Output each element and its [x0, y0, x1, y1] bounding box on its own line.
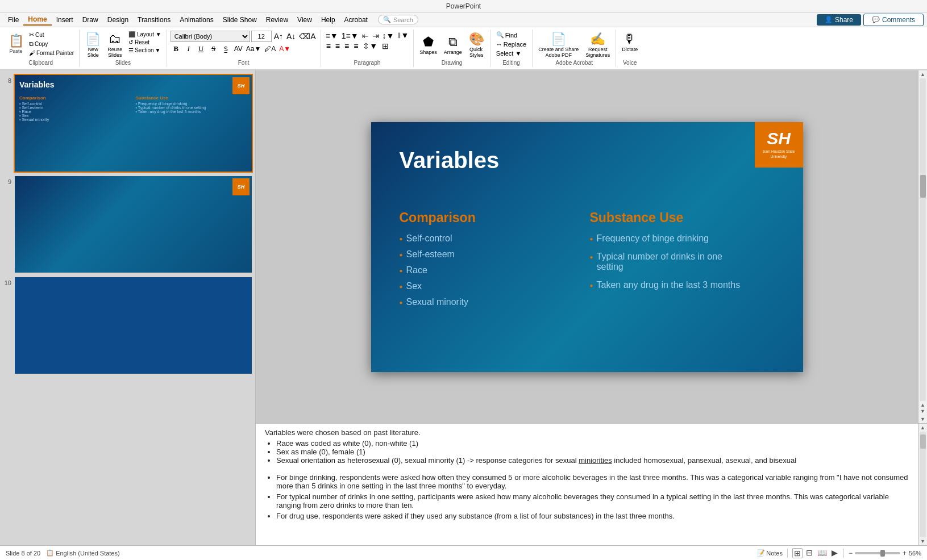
create-share-label: Create and ShareAdobe PDF	[538, 47, 579, 58]
menu-file[interactable]: File	[3, 15, 23, 25]
find-button[interactable]: 🔍 Find	[494, 31, 529, 39]
line-spacing-button[interactable]: ↕▼	[381, 31, 396, 40]
smart-art-button[interactable]: ⊞	[380, 41, 390, 51]
scroll-prev-slide[interactable]: ▲	[920, 402, 925, 408]
notes-scroll-up[interactable]: ▲	[918, 424, 927, 432]
notes-icon: 📝	[757, 549, 765, 557]
menu-review[interactable]: Review	[261, 15, 293, 25]
zoom-out-button[interactable]: −	[849, 549, 853, 557]
italic-button[interactable]: I	[183, 43, 194, 55]
notes-scroll-thumb[interactable]	[920, 434, 926, 449]
slide-thumbnail-8[interactable]: Variables SH Comparison • Self-control •…	[14, 74, 253, 173]
decrease-font-button[interactable]: A↓	[285, 32, 297, 41]
replace-button[interactable]: ↔ Replace	[494, 40, 529, 48]
menu-draw[interactable]: Draw	[78, 15, 103, 25]
char-spacing-button[interactable]: AV	[233, 45, 244, 53]
comments-button[interactable]: 💬 Comments	[863, 14, 924, 26]
select-button[interactable]: Select ▼	[494, 49, 529, 57]
shadow-button[interactable]: S̲	[221, 43, 232, 55]
menu-slideshow[interactable]: Slide Show	[218, 15, 261, 25]
justify-button[interactable]: ≡	[352, 41, 360, 51]
scroll-down-arrow[interactable]: ▼	[918, 415, 927, 423]
align-left-button[interactable]: ≡	[325, 41, 332, 51]
notes-button[interactable]: 📝 Notes	[757, 549, 783, 557]
slide-logo: SH Sam Houston State University	[755, 122, 803, 168]
decrease-indent-button[interactable]: ⇤	[361, 31, 370, 40]
menu-design[interactable]: Design	[103, 15, 133, 25]
thumb8-item-2: • Self-esteem	[19, 106, 131, 110]
font-size-input[interactable]	[251, 31, 272, 42]
reset-button[interactable]: ↺ Reset	[127, 39, 163, 46]
font-color-button[interactable]: A▼	[278, 45, 292, 53]
increase-indent-button[interactable]: ⇥	[371, 31, 380, 40]
thumb8-logo: SH	[232, 77, 250, 94]
quick-styles-button[interactable]: 🎨 QuickStyles	[467, 31, 487, 59]
scroll-up-arrow[interactable]: ▲	[918, 70, 927, 78]
menu-home[interactable]: Home	[23, 14, 51, 26]
font-family-select[interactable]: Calibri (Body)	[171, 31, 250, 42]
arrange-button[interactable]: ⧉ Arrange	[442, 34, 464, 56]
cut-button[interactable]: ✂Cut	[27, 31, 76, 39]
share-button[interactable]: 👤 Share	[817, 14, 861, 26]
columns-button[interactable]: ⫴▼	[396, 31, 410, 40]
align-right-button[interactable]: ≡	[343, 41, 351, 51]
strikethrough-button[interactable]: S	[208, 43, 219, 55]
numbering-button[interactable]: 1≡▼	[340, 31, 360, 40]
format-painter-button[interactable]: 🖌Format Painter	[27, 49, 76, 57]
normal-view-button[interactable]: ⊞	[792, 548, 803, 558]
create-share-pdf-button[interactable]: 📄 Create and ShareAdobe PDF	[536, 31, 581, 59]
menu-transitions[interactable]: Transitions	[133, 15, 175, 25]
zoom-slider-thumb[interactable]	[880, 550, 885, 557]
divider-2	[843, 549, 844, 558]
notes-label: Notes	[766, 550, 783, 557]
increase-font-button[interactable]: A↑	[273, 32, 284, 41]
section-button[interactable]: ☰ Section ▼	[127, 47, 163, 54]
substance-heading: Substance Use	[590, 210, 746, 225]
scroll-thumb[interactable]	[920, 175, 926, 198]
cut-copy-format: ✂Cut ⧉Copy 🖌Format Painter	[27, 31, 76, 57]
clear-format-button[interactable]: ⌫A	[298, 32, 317, 41]
scroll-next-slide[interactable]: ▼	[920, 408, 925, 414]
request-signatures-button[interactable]: ✍ RequestSignatures	[583, 31, 612, 59]
adobe-group-label: Adobe Acrobat	[533, 60, 616, 66]
slide-panel[interactable]: 8 Variables SH Comparison • Self-control…	[0, 70, 256, 545]
bullets-button[interactable]: ≡▼	[325, 31, 339, 40]
highlight-button[interactable]: 🖊A	[263, 45, 277, 53]
change-case-button[interactable]: Aa▼	[245, 45, 263, 53]
slide-sorter-button[interactable]: ⊟	[805, 548, 814, 558]
notes-content[interactable]: Variables were chosen based on past lite…	[256, 424, 918, 545]
new-slide-button[interactable]: 📄 NewSlide	[83, 31, 103, 59]
paste-button[interactable]: 📋 Paste	[6, 32, 26, 55]
menu-acrobat[interactable]: Acrobat	[340, 15, 372, 25]
notes-scroll-down[interactable]: ▼	[918, 537, 927, 545]
menu-insert[interactable]: Insert	[52, 15, 78, 25]
menu-animations[interactable]: Animations	[175, 15, 218, 25]
layout-button[interactable]: ⬛ Layout ▼	[127, 31, 163, 38]
align-center-button[interactable]: ≡	[334, 41, 342, 51]
zoom-in-button[interactable]: +	[903, 549, 907, 557]
shapes-button[interactable]: ⬟ Shapes	[417, 34, 439, 56]
scroll-track[interactable]	[920, 78, 926, 401]
underline-button[interactable]: U	[196, 43, 207, 55]
slideshow-button[interactable]: ▶	[830, 548, 839, 558]
notes-scroll-track[interactable]	[920, 432, 926, 537]
slide-view-scrollbar[interactable]: ▲ ▲ ▼ ▼	[918, 70, 927, 423]
zoom-slider[interactable]	[855, 552, 900, 554]
slide-thumbnail-10[interactable]	[14, 276, 253, 375]
slide-title: Variables	[400, 148, 500, 173]
copy-button[interactable]: ⧉Copy	[27, 40, 76, 48]
bold-button[interactable]: B	[171, 43, 182, 55]
notes-scrollbar[interactable]: ▲ ▼	[918, 424, 927, 545]
scroll-right-arrows[interactable]: ▲ ▼	[918, 401, 927, 415]
reuse-slides-button[interactable]: 🗂 ReuseSlides	[105, 31, 124, 59]
divider-1	[787, 549, 788, 558]
dictate-button[interactable]: 🎙 Dictate	[620, 31, 640, 53]
menu-view[interactable]: View	[293, 15, 317, 25]
slide-thumbnail-9[interactable]: SH	[14, 175, 253, 274]
menu-help[interactable]: Help	[317, 15, 340, 25]
search-box[interactable]: 🔍 Search	[378, 15, 418, 24]
reading-view-button[interactable]: 📖	[816, 548, 828, 558]
notes-item-sex: Sex as male (0), female (1)	[276, 448, 909, 456]
slide-view-container[interactable]: SH Sam Houston State University Variable…	[256, 70, 918, 423]
text-direction-button[interactable]: ⇳▼	[361, 41, 379, 51]
